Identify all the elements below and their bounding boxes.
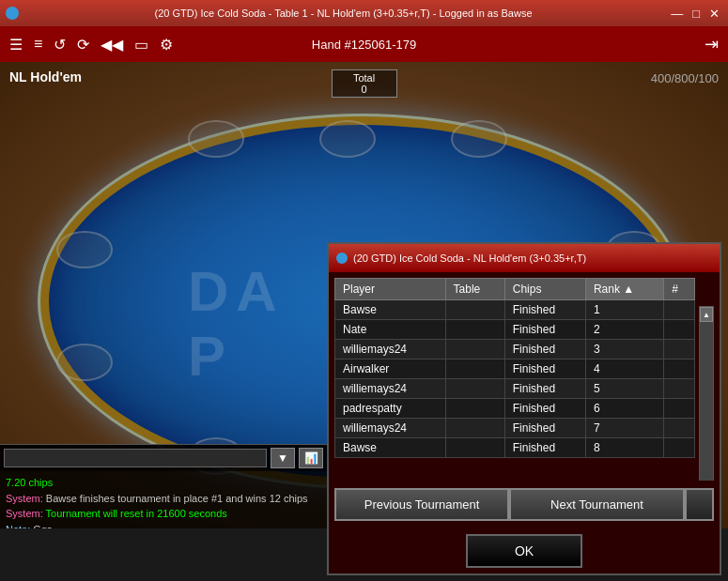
cell-chips: Finished [504,300,585,320]
tournament-table-wrapper: Player Table Chips Rank ▲ # BawseFinishe… [329,272,720,481]
cell-table [445,438,504,458]
tournament-dialog: (20 GTD) Ice Cold Soda - NL Hold'em (3+0… [327,242,721,575]
seat-top-left [188,120,244,158]
tournament-table: Player Table Chips Rank ▲ # BawseFinishe… [334,278,695,458]
toolbar: ☰ ≡ ↺ ⟳ ◀◀ ▭ ⚙ Hand #125061-179 ⇥ [0,26,728,62]
blinds-info: 400/800/100 [651,71,719,85]
rewind-icon[interactable]: ◀◀ [101,36,123,54]
total-box: Total 0 [332,69,397,98]
cell-table [445,300,504,320]
tournament-title-bar: (20 GTD) Ice Cold Soda - NL Hold'em (3+0… [329,244,720,272]
cell-rank: 6 [585,399,663,419]
col-player[interactable]: Player [335,279,446,300]
seat-left [56,231,113,268]
refresh-icon[interactable]: ↺ [54,36,66,54]
cell-player: Bawse [335,438,446,458]
tournament-dialog-icon [336,252,348,264]
cell-player: williemays24 [335,340,446,359]
col-num[interactable]: # [664,279,695,300]
cell-player: padrespatty [335,399,446,419]
cell-player: Bawse [335,300,446,320]
extra-button[interactable] [685,488,714,521]
cell-chips: Finished [504,320,585,340]
list-icon[interactable]: ≡ [34,36,42,53]
table-row: williemays24Finished3 [335,340,695,359]
table-row: padrespattyFinished6 [335,399,695,419]
chat-stats-button[interactable]: 📊 [299,448,323,468]
table-scrollbar[interactable]: ▲ ▼ [699,306,714,481]
cell-player: Airwalker [335,359,446,379]
sync-icon[interactable]: ⟳ [77,36,89,54]
ok-button[interactable]: OK [466,534,582,568]
cell-player: williemays24 [335,419,446,438]
menu-icon[interactable]: ☰ [9,36,23,54]
scroll-track[interactable] [700,322,713,481]
window-title: (20 GTD) Ice Cold Soda - Table 1 - NL Ho… [24,8,662,19]
cell-rank: 4 [585,359,663,379]
game-type: NL Hold'em [9,69,82,84]
table-row: williemays24Finished7 [335,419,695,438]
tournament-content: Player Table Chips Rank ▲ # BawseFinishe… [329,272,720,573]
app-icon [6,7,19,20]
chat-input[interactable] [4,449,267,467]
chat-messages: 7.20 chips System: Bawse finishes tourna… [0,471,327,528]
cell-rank: 8 [585,438,663,458]
msg-system-2: System: Tournament will reset in 21600 s… [6,506,321,522]
title-bar: (20 GTD) Ice Cold Soda - Table 1 - NL Ho… [0,0,728,26]
table-row: AirwalkerFinished4 [335,359,695,379]
seat-top-right [451,120,507,158]
window-icon[interactable]: ▭ [134,36,148,54]
cell-num [664,419,695,438]
table-row: williemays24Finished5 [335,379,695,399]
col-rank[interactable]: Rank ▲ [585,279,663,300]
maximize-button[interactable]: □ [689,7,703,21]
cell-chips: Finished [504,399,585,419]
msg-nate: Nate: Ggs [6,522,321,529]
previous-tournament-button[interactable]: Previous Tournament [334,488,509,521]
cell-table [445,419,504,438]
cell-rank: 7 [585,419,663,438]
msg-chips: 7.20 chips [6,475,321,491]
ok-button-row: OK [329,528,720,573]
chat-area: ▼ 📊 7.20 chips System: Bawse finishes to… [0,444,327,528]
cell-table [445,340,504,359]
logout-icon[interactable]: ⇥ [705,34,719,54]
close-button[interactable]: ✕ [706,7,722,21]
table-row: BawseFinished1 [335,300,695,320]
table-row: NateFinished2 [335,320,695,340]
col-table[interactable]: Table [445,279,504,300]
cell-chips: Finished [504,419,585,438]
total-value: 0 [348,84,381,95]
cell-num [664,359,695,379]
cell-num [664,438,695,458]
tournament-dialog-title: (20 GTD) Ice Cold Soda - NL Hold'em (3+0… [353,252,586,264]
chat-down-button[interactable]: ▼ [271,448,295,468]
settings-icon[interactable]: ⚙ [160,36,173,54]
table-row: BawseFinished8 [335,438,695,458]
cell-rank: 2 [585,320,663,340]
cell-player: Nate [335,320,446,340]
cell-num [664,300,695,320]
cell-chips: Finished [504,438,585,458]
msg-system-1: System: Bawse finishes tournament in pla… [6,491,321,507]
tournament-nav-buttons: Previous Tournament Next Tournament [329,481,720,528]
col-chips[interactable]: Chips [504,279,585,300]
total-label: Total [348,72,381,84]
cell-num [664,379,695,399]
seat-left-low [56,344,113,381]
cell-rank: 5 [585,379,663,399]
scroll-up-button[interactable]: ▲ [700,307,713,322]
next-tournament-button[interactable]: Next Tournament [509,488,684,521]
seat-top-center [319,120,376,158]
cell-num [664,399,695,419]
chat-toolbar: ▼ 📊 [0,445,327,471]
cell-table [445,320,504,340]
minimize-button[interactable]: — [668,7,686,21]
hand-info: Hand #125061-179 [312,38,416,52]
cell-rank: 1 [585,300,663,320]
cell-num [664,320,695,340]
cell-rank: 3 [585,340,663,359]
cell-num [664,340,695,359]
cell-chips: Finished [504,379,585,399]
cell-chips: Finished [504,340,585,359]
